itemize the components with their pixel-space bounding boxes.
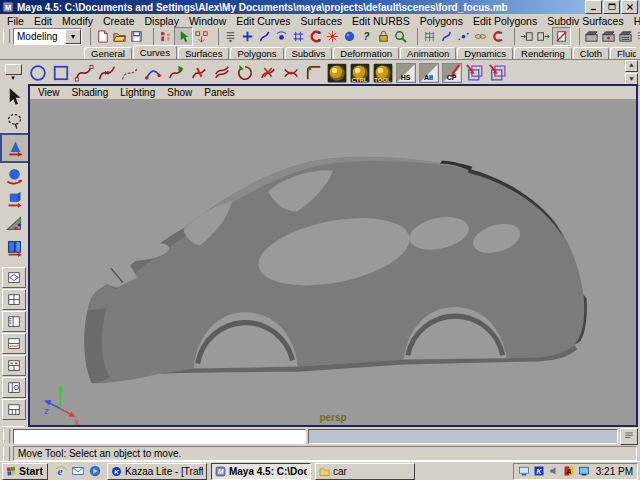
toolbar-button[interactable] <box>307 28 324 45</box>
toolbar-button[interactable] <box>455 28 472 45</box>
toolbar-button[interactable] <box>324 28 341 45</box>
toolbar-button[interactable] <box>375 28 392 45</box>
shelf-item[interactable]: HS <box>394 61 417 84</box>
shelf-item[interactable] <box>279 61 302 84</box>
shelf-tab[interactable]: Fluids <box>610 47 636 59</box>
toolbar-button[interactable] <box>552 27 571 46</box>
shelf-item[interactable]: CTRL <box>348 61 371 84</box>
menu-item[interactable]: Window <box>184 15 231 27</box>
shelf-scroll-up[interactable] <box>625 60 638 72</box>
tool-button[interactable] <box>2 164 26 187</box>
shelf-item[interactable] <box>256 61 279 84</box>
shelf-item[interactable] <box>95 61 118 84</box>
toolbar-button[interactable] <box>472 28 489 45</box>
car-model[interactable]: z x <box>30 99 636 425</box>
layout-button[interactable] <box>2 311 26 332</box>
tool-button[interactable] <box>2 236 26 259</box>
shelf-menu-button[interactable] <box>5 64 22 75</box>
toolbar-button[interactable] <box>239 28 256 45</box>
shelf-item[interactable] <box>486 61 509 84</box>
shelf-item[interactable] <box>187 61 210 84</box>
menu-item[interactable]: Display <box>139 15 183 27</box>
tray-icon[interactable]: K <box>533 465 546 478</box>
shelf-item[interactable] <box>26 61 49 84</box>
menu-item[interactable]: Help <box>629 15 640 27</box>
toolbar-button[interactable] <box>600 28 617 45</box>
toolbar-button[interactable] <box>617 28 634 45</box>
shelf-tab[interactable]: Animation <box>400 47 456 59</box>
toolbar-button[interactable] <box>256 28 273 45</box>
layout-button[interactable] <box>2 289 26 310</box>
menu-item[interactable]: File <box>2 15 29 27</box>
toolbar-button[interactable] <box>174 27 193 46</box>
task-button[interactable]: car <box>315 463 415 480</box>
layout-button[interactable] <box>2 355 26 376</box>
menu-item[interactable]: Edit Polygons <box>468 15 542 27</box>
task-button[interactable]: K Kazaa Lite - [Traffic] <box>107 463 207 480</box>
quick-launch-icon[interactable]: e <box>54 464 69 479</box>
panel-menu-item[interactable]: Panels <box>204 87 235 98</box>
menu-item[interactable]: Polygons <box>415 15 468 27</box>
panel-menu-item[interactable]: Show <box>167 87 192 98</box>
toolbar-button[interactable]: ? <box>358 28 375 45</box>
menu-item[interactable]: Subdiv Surfaces <box>542 15 628 27</box>
command-input[interactable] <box>13 429 306 444</box>
menu-item[interactable]: Edit <box>29 15 57 27</box>
toolbar-button[interactable] <box>290 28 307 45</box>
toolbar-button[interactable] <box>218 28 239 45</box>
perspective-viewport[interactable]: z x persp <box>30 99 636 425</box>
start-button[interactable]: Start <box>2 463 48 480</box>
quick-launch-icon[interactable] <box>71 464 86 479</box>
tool-button[interactable] <box>2 85 26 108</box>
shelf-item[interactable] <box>210 61 233 84</box>
shelf-item[interactable] <box>164 61 187 84</box>
toolbar-button[interactable] <box>128 28 145 45</box>
layout-button[interactable] <box>2 377 26 398</box>
layout-button[interactable] <box>2 399 26 420</box>
collapse-grip[interactable] <box>3 29 10 43</box>
shelf-tab[interactable]: Polygons <box>230 47 283 59</box>
maximize-button[interactable] <box>603 0 620 14</box>
shelf-item[interactable] <box>141 61 164 84</box>
menu-item[interactable]: Edit NURBS <box>347 15 415 27</box>
menu-item[interactable]: Edit Curves <box>231 15 295 27</box>
shelf-tab[interactable]: General <box>84 47 132 59</box>
shelf-tab[interactable]: Cloth <box>573 47 609 59</box>
toolbar-button[interactable] <box>90 28 111 45</box>
toolbar-button[interactable] <box>634 28 640 45</box>
shelf-scroll-down[interactable] <box>625 73 638 85</box>
minimize-button[interactable] <box>585 0 602 14</box>
shelf-item[interactable] <box>118 61 141 84</box>
toolbar-button[interactable] <box>111 28 128 45</box>
panel-menu-item[interactable]: Shading <box>72 87 109 98</box>
tray-icon[interactable] <box>518 465 531 478</box>
toolbar-button[interactable] <box>341 28 358 45</box>
toolbar-button[interactable] <box>438 28 455 45</box>
layout-button[interactable] <box>2 267 26 288</box>
tray-icon[interactable] <box>548 465 561 478</box>
toolbar-button[interactable] <box>489 28 506 45</box>
shelf-item[interactable]: All <box>417 61 440 84</box>
tray-icon[interactable] <box>578 465 591 478</box>
tray-icon[interactable]: A <box>563 465 576 478</box>
panel-menu-item[interactable]: Lighting <box>120 87 155 98</box>
panel-menu-item[interactable]: View <box>38 87 60 98</box>
shelf-tab[interactable]: Rendering <box>514 47 572 59</box>
quick-launch-icon[interactable] <box>88 464 103 479</box>
toolbar-button[interactable] <box>392 28 409 45</box>
chevron-down-icon[interactable]: ▼ <box>10 75 16 82</box>
layout-button[interactable] <box>2 333 26 354</box>
shelf-item[interactable] <box>325 61 348 84</box>
close-button[interactable] <box>621 0 638 14</box>
shelf-item[interactable] <box>72 61 95 84</box>
toolbar-button[interactable] <box>579 28 600 45</box>
shelf-tab[interactable]: Subdivs <box>285 47 333 59</box>
toolbar-button[interactable] <box>417 28 438 45</box>
shelf-item[interactable] <box>302 61 325 84</box>
shelf-tab[interactable]: Deformation <box>333 47 399 59</box>
menu-item[interactable]: Create <box>98 15 140 27</box>
shelf-item[interactable] <box>233 61 256 84</box>
shelf-item[interactable] <box>463 61 486 84</box>
toolbar-button[interactable] <box>514 28 535 45</box>
shelf-item[interactable]: TOOL <box>371 61 394 84</box>
